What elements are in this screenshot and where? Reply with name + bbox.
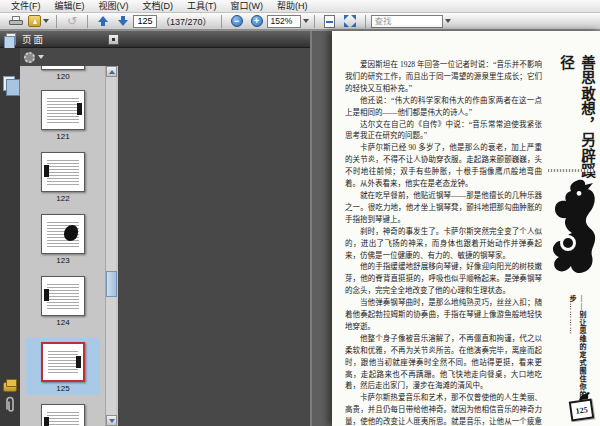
zoom-in-icon: + xyxy=(251,15,263,27)
chevron-down-icon xyxy=(43,19,49,23)
arrow-up-icon xyxy=(98,16,108,26)
navigation-strip xyxy=(0,48,20,426)
paragraph: 他还说：“伟大的科学家和伟大的作曲家两者在这一点上是相同的——他们都是伟大的诗人… xyxy=(345,95,542,119)
fit-width-button[interactable] xyxy=(322,13,338,29)
thumbnail-page-126[interactable]: 126 xyxy=(41,404,85,426)
thumbnail-page-123[interactable]: 123 xyxy=(41,214,85,265)
gear-icon[interactable] xyxy=(24,52,35,63)
thumbnail-page-121[interactable]: 121 xyxy=(41,90,85,141)
menu-window[interactable]: 窗口(W) xyxy=(224,0,271,13)
dragon-illustration xyxy=(546,177,598,293)
paragraph: 爱因斯坦在 1928 年回答一位记者时说：“音乐并不影响我们的研究工作，而且出于… xyxy=(345,59,542,95)
paragraph: 他的手指缓缓地舒展移向琴键，好像迎向阳光的树枝嫩芽，他的脊背直挺挺的，呼吸也似乎… xyxy=(345,261,542,297)
chevron-down-icon[interactable] xyxy=(38,55,44,59)
paragraph: 达尔文在自己的《自传》中说：“音乐常常迫使我紧张思考我正在研究的问题。” xyxy=(345,119,542,143)
thumbnail-options-row xyxy=(20,48,118,66)
zoom-out-icon: − xyxy=(231,15,243,27)
menu-document[interactable]: 文档(D) xyxy=(136,0,181,13)
content-area: 页面 120 121 xyxy=(0,31,600,426)
paragraph: 刹时，神奇的事发生了。卡萨尔斯突然完全变了个人似的，迸出了飞扬的神采，而身体也跟… xyxy=(345,226,542,262)
toolbar: ↺ （137/270） − + 152% xyxy=(0,13,600,31)
scroll-down-button[interactable] xyxy=(106,415,117,426)
menu-bar: 文件(F) 编辑(E) 视图(V) 文档(D) 工具(T) 窗口(W) 帮助(H… xyxy=(0,0,600,13)
menu-view[interactable]: 视图(V) xyxy=(92,0,136,13)
page-number-badge: 125 xyxy=(568,389,598,423)
zoom-dropdown-caret-icon[interactable] xyxy=(303,19,309,23)
pages-tab-icon[interactable] xyxy=(3,76,15,91)
triangle-up-icon xyxy=(109,70,115,74)
find-input[interactable] xyxy=(371,15,443,28)
zoom-level-select[interactable]: 152% xyxy=(267,15,301,28)
chapter-title: 善思敢想，另辟蹊径 xyxy=(556,55,598,183)
thumbnail-page-122[interactable]: 122 xyxy=(41,152,85,203)
menu-help[interactable]: 帮助(H) xyxy=(270,0,315,13)
fit-width-icon xyxy=(324,15,335,28)
thumbnails-scrollbar[interactable] xyxy=(105,66,116,426)
thumbnails-pane: 120 121 122 123 124 xyxy=(20,66,118,426)
undo-arrow-icon: ↺ xyxy=(67,15,77,27)
thumbnail-list: 120 121 122 123 124 xyxy=(20,66,106,426)
page-number-input[interactable] xyxy=(133,15,157,28)
thumbnail-page-120[interactable]: 120 xyxy=(41,66,85,81)
chapter-sidebar: 善思敢想，另辟蹊径 ——别让思维的定式囿住你的脚步………… xyxy=(546,53,598,423)
pdf-page: 爱因斯坦在 1928 年回答一位记者时说：“音乐并不影响我们的研究工作，而且出于… xyxy=(332,31,600,426)
pages-panel-header: 页面 xyxy=(0,31,310,48)
chapter-smallprint-decoration xyxy=(548,169,594,172)
page-number-label: 125 xyxy=(569,398,595,421)
paragraph: 卡萨尔斯热爱音乐和艺术，那不仅曾使他的人生美丽、高贵，并且仍每日带给他神奇。就因… xyxy=(345,392,542,426)
menu-tools[interactable]: 工具(T) xyxy=(180,0,224,13)
menu-edit[interactable]: 编辑(E) xyxy=(48,0,92,13)
previous-page-button[interactable] xyxy=(95,13,111,29)
page-body-text: 爱因斯坦在 1928 年回答一位记者时说：“音乐并不影响我们的研究工作，而且出于… xyxy=(345,59,542,426)
print-button[interactable] xyxy=(8,13,24,29)
paragraph: 他整个身子像被音乐溶解了，不再僵直和拘谨，代之以柔软和优雅，不再为关节炎所苦。在… xyxy=(345,333,542,393)
pages-panel-title: 页面 xyxy=(22,32,45,46)
zoom-in-button[interactable]: + xyxy=(249,13,265,29)
scroll-up-button[interactable] xyxy=(106,66,117,77)
comments-icon[interactable] xyxy=(3,382,17,392)
find-dropdown-caret-icon[interactable] xyxy=(445,19,451,23)
pages-icon xyxy=(6,33,16,45)
triangle-down-icon xyxy=(109,419,115,423)
zoom-out-button[interactable]: − xyxy=(229,13,245,29)
previous-view-button[interactable]: ↺ xyxy=(64,13,80,29)
page-count-label: （137/270） xyxy=(161,15,212,28)
thumbnail-page-125-selected[interactable]: 125 xyxy=(26,338,100,395)
menu-file[interactable]: 文件(F) xyxy=(4,0,48,13)
paragraph: 当他弹奏钢琴曲时，是那么地纯熟灵巧，丝丝入扣；随着他奏起勃拉姆斯的协奏曲，手指在… xyxy=(345,297,542,333)
scrollbar-thumb[interactable] xyxy=(106,271,117,297)
attachments-paperclip-icon[interactable] xyxy=(4,396,16,418)
fit-page-icon xyxy=(344,15,356,27)
export-button[interactable] xyxy=(28,13,49,29)
pdf-reader-window: 文件(F) 编辑(E) 视图(V) 文档(D) 工具(T) 窗口(W) 帮助(H… xyxy=(0,0,600,426)
fit-page-button[interactable] xyxy=(342,13,358,29)
paragraph: 卡萨尔斯已经 90 多岁了，他是那么的衰老，加上严重的关节炎，不得不让人协助穿衣… xyxy=(345,142,542,190)
paragraph: 就在吃早餐前，他贴近钢琴——那是他擅长的几种乐器之一。很吃力地，他才坐上钢琴凳，… xyxy=(345,190,542,226)
document-pane: 爱因斯坦在 1928 年回答一位记者时说：“音乐并不影响我们的研究工作，而且出于… xyxy=(312,31,600,426)
arrow-down-icon xyxy=(118,16,128,26)
export-icon xyxy=(28,15,41,27)
panel-options-button[interactable] xyxy=(108,34,119,45)
next-page-button[interactable] xyxy=(115,13,131,29)
printer-icon xyxy=(9,16,23,27)
thumbnail-page-124[interactable]: 124 xyxy=(41,276,85,327)
